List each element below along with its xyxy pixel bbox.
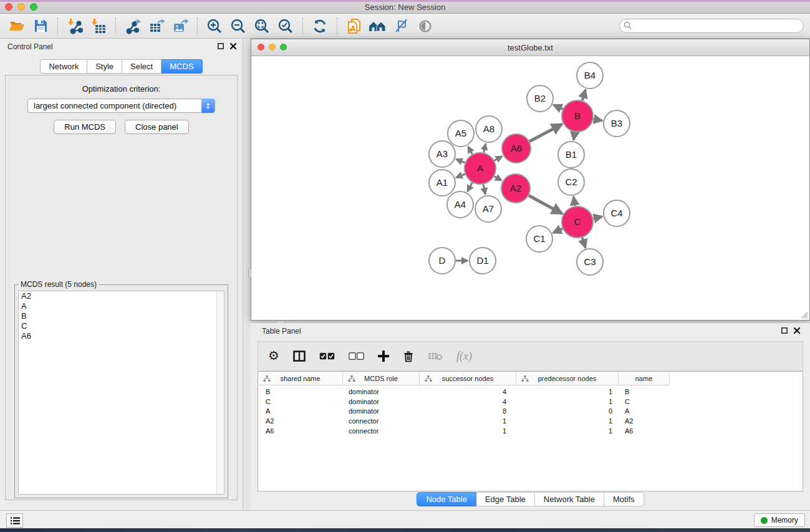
table-cell[interactable]: 8 (420, 407, 516, 417)
graph-edge-C-C3[interactable] (582, 238, 586, 248)
table-cell[interactable]: 4 (420, 397, 516, 407)
table-cell[interactable]: dominator (343, 407, 420, 417)
select-all-columns-button[interactable] (319, 352, 335, 360)
graph-node-B3[interactable]: B3 (604, 110, 630, 137)
graph-edge-B-B2[interactable] (554, 105, 563, 109)
network-canvas-svg[interactable]: AA1A2A3A4A5A6A7A8BB1B2B3B4CC1C2C3C4DD1 (251, 56, 809, 320)
column-layout-button[interactable] (293, 351, 306, 362)
table-cell[interactable]: 1 (516, 427, 619, 437)
table-cell[interactable]: connector (343, 427, 420, 437)
graph-edge-C-C2[interactable] (574, 197, 575, 206)
zoom-selected-button[interactable] (274, 16, 297, 36)
graph-node-C4[interactable]: C4 (604, 200, 630, 226)
float-panel-icon[interactable] (218, 43, 224, 49)
export-table-button[interactable] (145, 16, 168, 36)
column-header-shared-name[interactable]: shared name (258, 372, 343, 385)
graph-edge-C-C4[interactable] (593, 216, 602, 218)
graph-node-C1[interactable]: C1 (526, 226, 552, 252)
graph-edge-A-A6[interactable] (494, 157, 502, 161)
table-row[interactable]: Bdominator41B (258, 387, 803, 397)
vertical-splitter-handle[interactable] (248, 268, 251, 278)
import-network-button[interactable] (63, 16, 87, 36)
table-row[interactable]: Cdominator41C (258, 397, 803, 407)
graph-node-A8[interactable]: A8 (476, 116, 502, 142)
graph-edge-A-A5[interactable] (468, 147, 473, 154)
graph-node-A2[interactable]: A2 (501, 174, 530, 203)
export-image-button[interactable] (168, 16, 192, 36)
close-panel-button[interactable]: Close panel (125, 120, 189, 134)
table-cell[interactable]: 0 (516, 407, 619, 417)
graph-node-A1[interactable]: A1 (429, 170, 455, 196)
table-cell[interactable]: B (258, 387, 343, 397)
tab-style[interactable]: Style (87, 59, 122, 74)
graph-node-A4[interactable]: A4 (447, 191, 473, 218)
graph-node-C2[interactable]: C2 (558, 169, 584, 195)
export-network-button[interactable] (121, 16, 145, 36)
memory-button[interactable]: Memory (754, 513, 805, 527)
graph-edge-B-B4[interactable] (582, 90, 586, 100)
table-cell[interactable]: 1 (420, 417, 516, 427)
zoom-fit-button[interactable] (250, 16, 274, 36)
zoom-in-button[interactable] (203, 16, 226, 36)
tab-select[interactable]: Select (122, 59, 162, 74)
tab-motifs[interactable]: Motifs (604, 492, 644, 506)
graph-edge-A-A1[interactable] (456, 174, 465, 177)
search-input[interactable] (619, 19, 804, 33)
graph-edge-B-B1[interactable] (574, 132, 575, 140)
column-header-name[interactable]: name (619, 372, 670, 385)
table-cell[interactable]: 1 (516, 387, 619, 397)
graph-edge-A6-B[interactable] (529, 124, 562, 142)
graph-node-B[interactable]: B (562, 100, 593, 132)
table-cell[interactable]: A2 (619, 417, 670, 427)
table-cell[interactable]: 4 (420, 387, 516, 397)
save-session-button[interactable] (29, 16, 52, 36)
apply-layout-button[interactable] (308, 16, 332, 36)
tab-node-table[interactable]: Node Table (417, 492, 476, 506)
table-row[interactable]: Adominator80A (258, 407, 803, 417)
table-cell[interactable]: 1 (516, 397, 619, 407)
task-history-button[interactable] (6, 513, 23, 528)
graph-node-A3[interactable]: A3 (429, 141, 455, 167)
table-cell[interactable]: 1 (516, 417, 619, 427)
tab-mcds[interactable]: MCDS (162, 59, 202, 74)
result-list-scrollbar[interactable] (216, 291, 224, 494)
clone-network-button[interactable] (342, 16, 366, 36)
graph-node-B1[interactable]: B1 (558, 142, 584, 168)
table-cell[interactable]: A (258, 407, 343, 417)
table-cell[interactable]: A (619, 407, 670, 417)
column-header-MCDS-role[interactable]: MCDS role (343, 372, 420, 385)
function-builder-button[interactable]: f(x) (456, 350, 472, 363)
table-cell[interactable]: C (619, 397, 670, 407)
delete-table-button[interactable] (428, 352, 443, 360)
table-cell[interactable]: 1 (420, 427, 516, 437)
table-row[interactable]: A2connector11A2 (258, 417, 803, 427)
graph-node-A5[interactable]: A5 (448, 120, 474, 147)
graphics-details-button[interactable] (390, 16, 413, 36)
table-cell[interactable]: dominator (343, 387, 420, 397)
table-settings-button[interactable]: ⚙ (268, 349, 279, 363)
table-cell[interactable]: connector (343, 417, 420, 427)
table-cell[interactable]: A6 (619, 427, 670, 437)
import-table-button[interactable] (87, 16, 110, 36)
table-cell[interactable]: C (258, 397, 343, 407)
open-session-button[interactable] (5, 16, 29, 36)
result-item[interactable]: A6 (19, 331, 224, 341)
result-item[interactable]: A2 (19, 291, 224, 301)
result-item[interactable]: C (19, 321, 224, 331)
resize-grip-icon[interactable] (800, 311, 808, 319)
tab-network-table[interactable]: Network Table (535, 492, 604, 506)
graph-node-C3[interactable]: C3 (577, 249, 603, 275)
table-row[interactable]: A6connector11A6 (258, 427, 803, 437)
graph-edge-A-A7[interactable] (483, 184, 485, 194)
graph-node-B2[interactable]: B2 (527, 85, 553, 112)
graph-edge-A-A4[interactable] (468, 183, 473, 191)
birds-eye-toggle-button[interactable] (413, 16, 437, 36)
graph-edge-C-C1[interactable] (553, 229, 562, 233)
graph-node-D[interactable]: D (429, 248, 455, 274)
graph-edge-A2-C[interactable] (529, 195, 562, 213)
delete-column-button[interactable] (403, 351, 414, 362)
graph-node-C[interactable]: C (562, 206, 593, 238)
network-window-titlebar[interactable]: testGlobe.txt (251, 39, 809, 56)
graph-node-A7[interactable]: A7 (475, 196, 501, 222)
tab-edge-table[interactable]: Edge Table (476, 492, 535, 506)
